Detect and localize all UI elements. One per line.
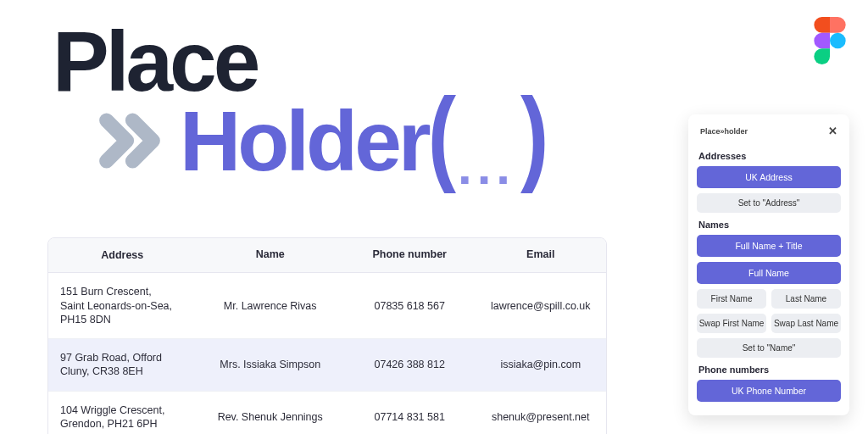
set-to-address-button[interactable]: Set to "Address" [697,193,841,213]
cell-email: shenuk@present.net [475,392,606,435]
close-icon[interactable]: ✕ [828,125,837,137]
table-header-phone: Phone number [344,238,476,272]
last-name-button[interactable]: Last Name [771,289,841,309]
section-title-names: Names [698,220,841,230]
product-logo: Place Holder(...) [53,19,545,183]
cell-name: Mrs. Issiaka Simpson [196,339,343,391]
table-header-row: Address Name Phone number Email [48,238,606,273]
plugin-panel: Place»holder ✕ Addresses UK Address Set … [688,114,849,415]
full-name-title-button[interactable]: Full Name + Title [697,235,841,257]
cell-phone: 07714 831 581 [344,392,476,435]
logo-text-place: Place [53,19,545,103]
cell-phone: 07835 618 567 [344,273,476,338]
table-header-address: Address [48,238,196,272]
table-header-name: Name [196,238,343,272]
uk-address-button[interactable]: UK Address [697,166,841,188]
uk-phone-number-button[interactable]: UK Phone Number [697,380,841,402]
section-title-addresses: Addresses [698,151,841,161]
cell-address: 104 Wriggle Crescent, Grendon, PH21 6PH [48,392,196,435]
panel-title: Place»holder [700,127,748,136]
table-header-email: Email [475,238,606,272]
cell-address: 151 Burn Crescent, Saint Leonards-on-Sea… [48,273,196,338]
figma-logo-icon [814,17,846,68]
cell-name: Rev. Shenuk Jennings [196,392,343,435]
svg-point-0 [830,33,846,49]
chevron-right-double-icon [95,106,164,175]
set-to-name-button[interactable]: Set to "Name" [697,338,841,358]
first-name-button[interactable]: First Name [697,289,766,309]
data-table: Address Name Phone number Email 151 Burn… [47,237,607,434]
logo-text-holder: Holder(...) [180,98,545,183]
swap-first-name-button[interactable]: Swap First Name [697,314,766,333]
section-title-phones: Phone numbers [698,364,841,375]
table-row: 97 Grab Road, Offord Cluny, CR38 8EH Mrs… [48,339,606,392]
cell-phone: 07426 388 812 [344,339,476,391]
cell-email: issiaka@pin.com [475,339,606,391]
cell-email: lawrence@spill.co.uk [475,273,606,338]
cell-address: 97 Grab Road, Offord Cluny, CR38 8EH [48,339,196,391]
table-row: 151 Burn Crescent, Saint Leonards-on-Sea… [48,273,606,339]
table-row: 104 Wriggle Crescent, Grendon, PH21 6PH … [48,392,606,435]
swap-last-name-button[interactable]: Swap Last Name [771,314,841,333]
full-name-button[interactable]: Full Name [697,262,841,284]
cell-name: Mr. Lawrence Rivas [196,273,343,338]
